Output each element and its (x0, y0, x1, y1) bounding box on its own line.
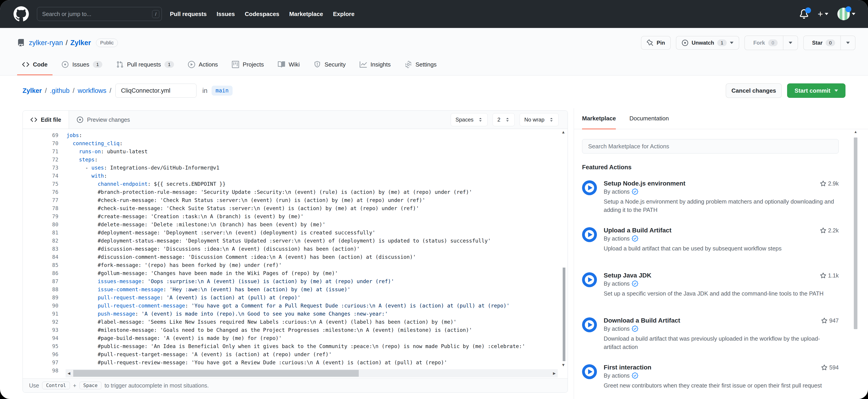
sidebar-scrollbar[interactable]: ▲ (853, 130, 858, 399)
indent-mode-select[interactable]: Spaces (451, 113, 488, 126)
pr-icon (116, 61, 123, 68)
action-title[interactable]: Setup Java JDK (604, 271, 839, 279)
tab-settings[interactable]: Settings (400, 55, 442, 75)
editor-controls: Spaces 2 No wrap (451, 111, 568, 129)
repo-tab-bar: CodeIssues1Pull requests1ActionsProjects… (17, 55, 856, 75)
code-line-71: 71 runs-on: ubuntu-latest (23, 147, 568, 156)
code-text: issue-comment-message: 'Hey :awe:\n (eve… (66, 285, 568, 294)
code-text: #discussion-message: 'Discussions :idea:… (66, 245, 568, 253)
fork-dropdown-button[interactable] (783, 36, 798, 50)
repo-owner-link[interactable]: zylker-ryan (29, 39, 63, 47)
line-number: 75 (23, 180, 66, 188)
action-by-text: By actions (604, 188, 629, 196)
breadcrumb-github-dir-link[interactable]: .github (50, 87, 70, 94)
code-line-70: 70 connecting_cliq: (23, 139, 568, 147)
horizontal-scrollbar[interactable]: ◄ ► (66, 369, 558, 377)
breadcrumb-workflows-dir-link[interactable]: workflows (78, 87, 106, 94)
github-logo-icon[interactable] (13, 6, 29, 22)
sidebar-scroll-thumb[interactable] (854, 137, 858, 329)
breadcrumb-repo-link[interactable]: Zylker (23, 87, 42, 94)
tab-projects[interactable]: Projects (227, 55, 269, 75)
tab-label: Projects (243, 61, 264, 68)
code-text: #discussion-comment-message: 'Discussion… (66, 253, 568, 261)
action-avatar-icon (582, 180, 597, 195)
star-icon (820, 181, 826, 187)
scroll-down-arrow-icon[interactable]: ▼ (560, 363, 567, 367)
marketplace-action-card[interactable]: Setup Java JDKBy actionsSet up a specifi… (582, 271, 839, 304)
action-title[interactable]: Download a Build Artifact (604, 316, 839, 325)
code-text: #branch-protection-rule-message: 'Securi… (66, 188, 568, 196)
start-commit-label: Start commit (795, 87, 830, 94)
tab-pull-requests[interactable]: Pull requests1 (111, 55, 179, 75)
marketplace-action-card[interactable]: Download a Build ArtifactBy actionsDownl… (582, 316, 839, 351)
tab-label: Pull requests (127, 61, 161, 68)
scroll-up-arrow-icon[interactable]: ▲ (560, 130, 567, 134)
pin-button[interactable]: Pin (641, 36, 671, 50)
action-title[interactable]: Setup Node.js environment (604, 179, 839, 188)
tab-code[interactable]: Code (17, 55, 53, 75)
start-commit-button[interactable]: Start commit (787, 84, 845, 98)
user-menu-button[interactable] (837, 8, 856, 20)
watch-count: 1 (717, 39, 727, 46)
verified-badge-icon (632, 235, 638, 242)
action-by-text: By actions (604, 279, 629, 288)
nav-item-marketplace[interactable]: Marketplace (289, 10, 323, 18)
filename-input[interactable] (115, 84, 196, 98)
global-search-input[interactable]: Search or jump to... / (37, 7, 162, 21)
horizontal-scroll-thumb[interactable] (73, 370, 359, 377)
action-description: Set up a specific version of the Java JD… (604, 289, 836, 298)
marketplace-search-input[interactable] (582, 139, 839, 154)
star-icon (821, 365, 828, 371)
action-star-count: 947 (821, 317, 839, 324)
vertical-scroll-thumb[interactable] (563, 268, 565, 361)
wrap-mode-select[interactable]: No wrap (520, 113, 559, 126)
repo-name-link[interactable]: Zylker (70, 39, 91, 47)
action-description: Setup a Node.js environment by adding pr… (604, 197, 836, 214)
notifications-button[interactable] (799, 9, 809, 19)
scroll-right-arrow-icon[interactable]: ► (551, 371, 558, 376)
cancel-changes-button[interactable]: Cancel changes (726, 84, 782, 98)
action-title[interactable]: First interaction (604, 363, 839, 371)
nav-item-issues[interactable]: Issues (217, 10, 235, 18)
tab-preview-changes[interactable]: Preview changes (69, 111, 137, 129)
avatar (837, 8, 850, 20)
scroll-left-arrow-icon[interactable]: ◄ (66, 371, 72, 376)
line-number: 69 (23, 131, 66, 139)
star-button[interactable]: Star 0 (804, 36, 840, 50)
tab-marketplace[interactable]: Marketplace (582, 115, 616, 129)
fork-button[interactable]: Fork 0 (745, 36, 783, 50)
code-line-96: 96 #pull-request-target-message: 'A (eve… (23, 350, 568, 359)
tab-issues[interactable]: Issues1 (57, 55, 107, 75)
wrap-mode-value: No wrap (524, 117, 545, 123)
code-line-81: 81 #deployment-message: 'Deployment :ser… (23, 228, 568, 237)
tab-security[interactable]: Security (309, 55, 351, 75)
code-line-79: 79 #create-message: 'Creation :task:\n A… (23, 212, 568, 220)
code-line-73: 73 - uses: Integrations-dev/GitHub-Infor… (23, 164, 568, 172)
tab-insights[interactable]: Insights (355, 55, 396, 75)
in-label: in (203, 87, 208, 94)
tab-edit-file[interactable]: Edit file (23, 111, 69, 129)
tab-wiki[interactable]: Wiki (273, 55, 305, 75)
chevron-down-icon (846, 42, 850, 44)
star-dropdown-button[interactable] (840, 36, 855, 50)
tab-actions[interactable]: Actions (183, 55, 223, 75)
scroll-up-arrow-icon[interactable]: ▲ (853, 130, 858, 134)
marketplace-action-card[interactable]: Upload a Build ArtifactBy actionsUpload … (582, 226, 839, 259)
nav-item-codespaces[interactable]: Codespaces (245, 10, 279, 18)
nav-item-pull-requests[interactable]: Pull requests (170, 10, 207, 18)
fork-button-group: Fork 0 (745, 36, 798, 50)
nav-item-explore[interactable]: Explore (333, 10, 354, 18)
star-count-value: 2.2k (828, 227, 839, 234)
marketplace-action-card[interactable]: First interactionBy actionsGreet new con… (582, 363, 839, 396)
indent-size-select[interactable]: 2 (493, 113, 515, 126)
action-title[interactable]: Upload a Build Artifact (604, 226, 839, 235)
tab-documentation[interactable]: Documentation (629, 115, 669, 129)
marketplace-action-card[interactable]: Setup Node.js environmentBy actionsSetup… (582, 179, 839, 214)
line-number: 93 (23, 326, 66, 334)
code-editor-area[interactable]: 6869jobs:70 connecting_cliq:71 runs-on: … (23, 129, 568, 378)
vertical-scrollbar[interactable]: ▲ ▼ (560, 130, 567, 367)
unwatch-button[interactable]: Unwatch 1 (676, 36, 739, 50)
code-text: #deployment-message: 'Deployment :server… (66, 228, 568, 237)
create-new-button[interactable]: + (818, 9, 828, 19)
visibility-badge: Public (96, 38, 118, 47)
